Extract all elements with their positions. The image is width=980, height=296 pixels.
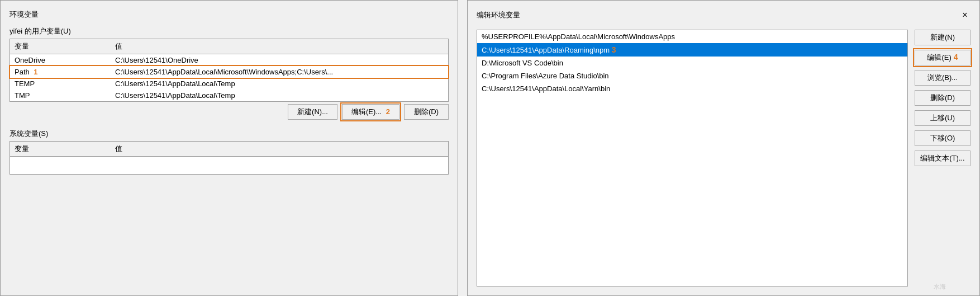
new-path-button[interactable]: 新建(N) [915,30,971,45]
user-variables-section: yifei 的用户变量(U) 变量 值 OneDrive C:\Users\12… [9,26,449,120]
val-cell: C:\Users\12541\OneDrive [115,56,444,64]
watermark: 水海 [934,283,946,291]
var-cell: OneDrive [15,56,115,64]
edit-path-button[interactable]: 编辑(E) 4 [915,50,971,65]
step4-num: 4 [952,53,958,62]
step1-badge: 1 [32,68,38,76]
path-item-azure[interactable]: C:\Program Files\Azure Data Studio\bin [477,69,907,82]
edit-text-button[interactable]: 编辑文本(T)... [915,151,971,166]
browse-button[interactable]: 浏览(B)... [915,70,971,86]
table-row-tmp[interactable]: TMP C:\Users\12541\AppData\Local\Temp [10,90,448,101]
delete-path-button[interactable]: 删除(D) [915,90,971,106]
move-up-button[interactable]: 上移(U) [915,110,971,126]
user-table-header: 变量 值 [10,39,448,54]
val-column-header: 值 [115,41,444,51]
delete-user-var-button[interactable]: 删除(D) [404,104,449,120]
right-panel-title: 编辑环境变量 [477,10,520,20]
var-cell-path: Path 1 [15,68,115,76]
left-panel-title: 环境变量 [9,10,449,20]
step3-num: 3 [612,45,616,54]
val-cell-tmp: C:\Users\12541\AppData\Local\Temp [115,91,444,100]
table-row-temp[interactable]: TEMP C:\Users\12541\AppData\Local\Temp [10,78,448,90]
system-variables-table: 变量 值 [9,141,449,175]
right-button-group: 新建(N) 编辑(E) 4 浏览(B)... 删除(D) 上移(U) 下移(O)… [915,30,971,286]
new-user-var-button[interactable]: 新建(N)... [288,104,337,120]
path-list: %USERPROFILE%\AppData\Local\Microsoft\Wi… [477,30,908,286]
user-variables-table: 变量 值 OneDrive C:\Users\12541\OneDrive Pa… [9,39,449,102]
right-content-area: %USERPROFILE%\AppData\Local\Microsoft\Wi… [477,30,971,286]
system-table-header: 变量 值 [10,142,448,157]
table-row[interactable]: OneDrive C:\Users\12541\OneDrive [10,54,448,66]
edit-env-var-panel: 编辑环境变量 × %USERPROFILE%\AppData\Local\Mic… [467,0,980,296]
move-down-button[interactable]: 下移(O) [915,130,971,146]
path-item-npm[interactable]: C:\Users\12541\AppData\Roaming\npm 3 [477,43,907,57]
user-btn-row: 新建(N)... 编辑(E)... 2 删除(D) [9,104,449,120]
edit-user-var-button[interactable]: 编辑(E)... 2 [342,104,399,120]
val-cell-path: C:\Users\12541\AppData\Local\Microsoft\W… [115,68,444,76]
system-section-label: 系统变量(S) [9,129,449,139]
system-val-header: 值 [115,144,444,154]
var-column-header: 变量 [15,41,115,51]
user-section-label: yifei 的用户变量(U) [9,26,449,36]
path-item-vscode[interactable]: D:\Microsoft VS Code\bin [477,57,907,69]
var-cell-temp: TEMP [15,79,115,88]
right-panel-header: 编辑环境变量 × [477,10,971,21]
user-table-body: OneDrive C:\Users\12541\OneDrive Path 1 … [10,54,448,101]
table-row-path[interactable]: Path 1 C:\Users\12541\AppData\Local\Micr… [10,66,448,78]
system-var-header: 变量 [15,144,115,154]
val-cell-temp: C:\Users\12541\AppData\Local\Temp [115,79,444,88]
env-variables-panel: 环境变量 yifei 的用户变量(U) 变量 值 OneDrive C:\Use… [0,0,458,296]
var-cell-tmp: TMP [15,91,115,100]
path-item-yarn[interactable]: C:\Users\12541\AppData\Local\Yarn\bin [477,82,907,95]
close-button[interactable]: × [959,10,971,21]
step2-badge: 2 [384,107,390,116]
path-item[interactable]: %USERPROFILE%\AppData\Local\Microsoft\Wi… [477,30,907,43]
system-variables-section: 系统变量(S) 变量 值 [9,129,449,175]
